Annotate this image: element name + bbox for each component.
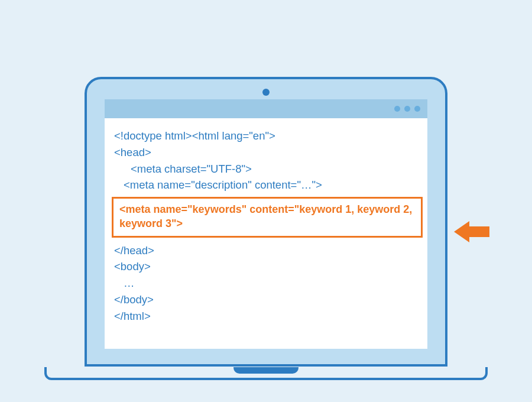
window-control-dot	[414, 106, 420, 112]
svg-marker-0	[454, 221, 489, 242]
code-line: <!doctype html><html lang="en">	[114, 128, 420, 144]
code-snippet: <!doctype html><html lang="en"> <head> <…	[105, 118, 427, 349]
code-line: …	[114, 275, 420, 291]
highlighted-meta-keywords: <meta name="keywords" content="keyword 1…	[112, 197, 423, 238]
code-line: </body>	[114, 291, 420, 308]
arrow-left-icon	[454, 219, 489, 247]
code-line: <body>	[114, 258, 420, 275]
code-line: </head>	[114, 242, 420, 259]
window-titlebar	[105, 99, 427, 118]
code-line: <meta name="description" content="…">	[114, 177, 420, 193]
laptop-illustration: <!doctype html><html lang="en"> <head> <…	[85, 77, 447, 367]
camera-dot	[262, 89, 270, 96]
window-control-dot	[394, 106, 400, 112]
window-control-dot	[404, 106, 410, 112]
code-line: </html>	[114, 308, 420, 325]
laptop-base	[44, 367, 488, 380]
code-line: <meta charset="UTF-8">	[114, 161, 420, 177]
laptop-lid: <!doctype html><html lang="en"> <head> <…	[85, 77, 447, 367]
laptop-notch	[233, 367, 299, 374]
laptop-screen: <!doctype html><html lang="en"> <head> <…	[105, 99, 427, 349]
code-line: <head>	[114, 144, 420, 161]
